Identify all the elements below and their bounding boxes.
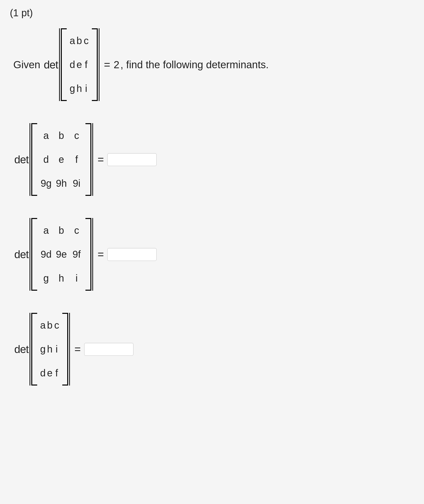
problem-3-matrix: a b c g h i d e f [37,313,62,386]
matrix-cell: f [83,59,89,70]
matrix-row: a b c [69,35,89,46]
answer-input-1[interactable] [107,153,157,166]
matrix-bracket: a b c 9d 9e 9f g h i [31,218,91,291]
matrix-cell: g [40,344,46,355]
matrix-cell: h [55,273,68,284]
abs-bar-right [99,28,99,101]
given-suffix: , find the following determinants. [120,59,269,71]
matrix-row: a b c [40,225,83,236]
problem-row-1: det a b c d e f 9g [14,123,414,196]
bracket-left [61,28,67,101]
abs-bar-right [92,123,93,196]
bracket-right [62,313,68,386]
matrix-cell: h [76,83,82,94]
matrix-cell: b [55,225,68,236]
matrix-row: a b c [40,320,60,331]
matrix-row: g h i [40,273,83,284]
matrix-cell: c [70,225,83,236]
given-row: Given det a b c d e f [10,28,414,101]
abs-bar-left [30,123,30,196]
matrix-cell: 9h [55,178,68,189]
matrix-cell: g [69,83,76,94]
abs-bars: a b c d e f g h i [58,28,100,101]
matrix-cell: b [47,320,53,331]
matrix-row: d e f [69,59,89,70]
matrix-cell: 9g [40,178,52,189]
bracket-left [31,218,37,291]
matrix-cell: a [40,130,52,141]
matrix-cell: a [69,35,76,46]
matrix-cell: f [53,368,60,379]
equals-sign: = [104,59,110,71]
answer-input-2[interactable] [107,248,157,261]
matrix-cell: e [55,154,68,165]
abs-bar-right [92,218,93,291]
matrix-row: d e f [40,154,83,165]
abs-bars: a b c g h i d e f [29,313,71,386]
matrix-cell: a [40,225,52,236]
answer-input-3[interactable] [84,343,133,356]
matrix-cell: i [83,83,89,94]
matrix-row: 9d 9e 9f [40,249,83,260]
matrix-cell: d [40,368,46,379]
matrix-cell: g [40,273,52,284]
problem-row-3: det a b c g h i d [14,313,414,386]
bracket-left [31,123,37,196]
matrix-cell: d [69,59,76,70]
matrix-row: g h i [69,83,89,94]
given-prefix: Given [13,59,40,71]
problem-page: (1 pt) Given det a b c d e f [0,0,424,415]
given-value: 2 [114,59,119,71]
abs-bars: a b c d e f 9g 9h 9i [29,123,94,196]
bracket-left [31,313,37,386]
det-label: det [44,59,58,71]
matrix-cell: c [83,35,89,46]
matrix-cell: i [53,344,60,355]
abs-bar-left [30,313,30,386]
matrix-bracket: a b c d e f g h i [61,28,98,101]
bracket-right [85,218,91,291]
matrix-cell: e [47,368,53,379]
matrix-row: g h i [40,344,60,355]
matrix-cell: b [76,35,82,46]
matrix-cell: 9d [40,249,52,260]
equals-sign: = [74,343,81,355]
matrix-cell: b [55,130,68,141]
matrix-cell: d [40,154,52,165]
matrix-cell: 9f [70,249,83,260]
given-matrix: a b c d e f g h i [67,28,92,101]
matrix-cell: i [70,273,83,284]
matrix-cell: f [70,154,83,165]
matrix-row: 9g 9h 9i [40,178,83,189]
bracket-right [92,28,98,101]
abs-bar-left [30,218,30,291]
det-label: det [14,343,29,355]
matrix-row: a b c [40,130,83,141]
matrix-cell: a [40,320,46,331]
matrix-cell: e [76,59,82,70]
equals-sign: = [98,248,104,261]
det-label: det [14,248,29,261]
equals-sign: = [98,153,104,166]
abs-bar-right [69,313,70,386]
matrix-bracket: a b c d e f 9g 9h 9i [31,123,91,196]
matrix-cell: 9e [55,249,68,260]
matrix-cell: c [70,130,83,141]
matrix-row: d e f [40,368,60,379]
matrix-cell: c [53,320,60,331]
problem-1-matrix: a b c d e f 9g 9h 9i [37,123,85,196]
matrix-cell: 9i [70,178,83,189]
bracket-right [85,123,91,196]
matrix-bracket: a b c g h i d e f [31,313,68,386]
problem-row-2: det a b c 9d 9e 9f g [14,218,414,291]
abs-bar-left [59,28,60,101]
matrix-cell: h [47,344,53,355]
det-label: det [14,153,29,166]
points-label: (1 pt) [10,7,414,18]
problem-2-matrix: a b c 9d 9e 9f g h i [37,218,85,291]
abs-bars: a b c 9d 9e 9f g h i [29,218,94,291]
